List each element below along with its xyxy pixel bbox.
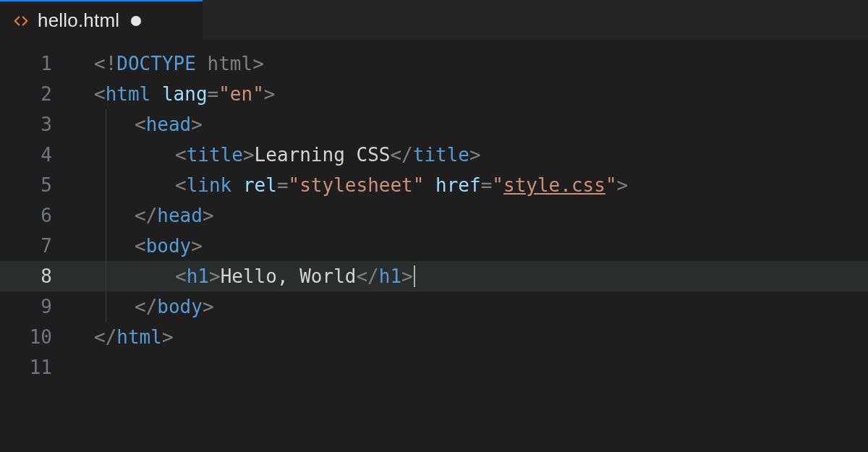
token-text: Hello, World xyxy=(221,261,357,291)
tab-hello-html[interactable]: hello.html xyxy=(0,0,203,40)
token-tagname: body xyxy=(157,291,203,322)
token-attrname: lang xyxy=(162,79,208,109)
code-line[interactable]: 2<html lang="en"> xyxy=(0,79,868,109)
token-attrval: " xyxy=(492,170,503,200)
token-punct: > xyxy=(469,140,481,170)
token-punct: > xyxy=(264,79,276,109)
token-attrval: "en" xyxy=(218,79,264,109)
token-punct: > xyxy=(203,291,214,322)
token-tagname: link xyxy=(187,170,232,200)
token-text xyxy=(231,170,243,200)
tab-bar: hello.html xyxy=(0,0,868,40)
line-number: 5 xyxy=(0,170,72,200)
token-text xyxy=(196,48,208,79)
token-tagname: body xyxy=(146,231,192,261)
token-tagname: title xyxy=(413,140,469,170)
line-number: 6 xyxy=(0,200,72,231)
code-content[interactable]: <body> xyxy=(72,231,203,261)
code-line[interactable]: 6</head> xyxy=(0,200,868,231)
code-content[interactable]: </html> xyxy=(72,322,174,352)
line-number: 1 xyxy=(0,48,72,79)
token-text xyxy=(150,79,162,109)
code-line[interactable]: 8<h1>Hello, World</h1> xyxy=(0,261,868,291)
code-content[interactable]: <html lang="en"> xyxy=(72,79,276,109)
token-punct: </ xyxy=(390,140,412,170)
code-line[interactable]: 1<!DOCTYPE html> xyxy=(0,48,868,79)
token-punct: > xyxy=(243,140,255,170)
token-punct: </ xyxy=(94,322,116,352)
text-cursor xyxy=(414,265,415,287)
token-attrname: href xyxy=(435,170,481,200)
code-content[interactable]: </body> xyxy=(72,291,214,322)
token-punct: > xyxy=(191,109,203,140)
token-punct: = xyxy=(277,170,289,200)
token-punct: > xyxy=(401,261,413,291)
token-punct: </ xyxy=(135,200,157,231)
token-punct: < xyxy=(135,231,146,261)
code-content[interactable]: </head> xyxy=(72,200,214,231)
token-tagname: h1 xyxy=(379,261,401,291)
token-punct: > xyxy=(617,170,629,200)
token-doctype: DOCTYPE xyxy=(116,48,196,79)
code-content[interactable]: <link rel="stylesheet" href="style.css"> xyxy=(72,170,628,200)
token-punct: > xyxy=(252,48,264,79)
token-punct: < xyxy=(94,79,106,109)
token-punct: </ xyxy=(356,261,378,291)
token-tagname: html xyxy=(116,322,162,352)
code-content[interactable]: <title>Learning CSS</title> xyxy=(72,140,481,170)
code-content[interactable]: <h1>Hello, World</h1> xyxy=(72,261,415,291)
token-tagname: html xyxy=(106,79,151,109)
token-tagname: head xyxy=(157,200,203,231)
token-punct: > xyxy=(203,200,214,231)
line-number: 11 xyxy=(0,352,72,383)
token-tagname: title xyxy=(187,140,243,170)
token-punct: < xyxy=(175,140,187,170)
line-number: 7 xyxy=(0,231,72,261)
code-line[interactable]: 10</html> xyxy=(0,322,868,352)
token-text xyxy=(424,170,435,200)
token-punct: > xyxy=(191,231,203,261)
line-number: 2 xyxy=(0,79,72,109)
line-number: 4 xyxy=(0,140,72,170)
token-punct: > xyxy=(162,322,174,352)
token-attrval: "stylesheet" xyxy=(289,170,425,200)
code-angle-brackets-icon xyxy=(13,13,29,29)
token-tagname: h1 xyxy=(187,261,209,291)
token-text: Learning CSS xyxy=(255,140,391,170)
token-punct: = xyxy=(481,170,493,200)
unsaved-dot-icon xyxy=(131,16,141,26)
line-number: 3 xyxy=(0,109,72,140)
line-number: 8 xyxy=(0,261,72,291)
code-line[interactable]: 5<link rel="stylesheet" href="style.css"… xyxy=(0,170,868,200)
token-punct: <! xyxy=(94,48,116,79)
code-line[interactable]: 7<body> xyxy=(0,231,868,261)
code-line[interactable]: 4<title>Learning CSS</title> xyxy=(0,140,868,170)
token-htmltok: html xyxy=(208,48,253,79)
token-punct: < xyxy=(175,170,187,200)
token-punct: > xyxy=(209,261,221,291)
token-attrval: " xyxy=(605,170,617,200)
tab-filename: hello.html xyxy=(38,9,119,32)
token-tagname: head xyxy=(146,109,192,140)
line-number: 10 xyxy=(0,322,72,352)
code-line[interactable]: 9</body> xyxy=(0,291,868,322)
token-punct: < xyxy=(135,109,146,140)
token-attrval: style.css xyxy=(503,170,605,200)
code-content[interactable]: <!DOCTYPE html> xyxy=(72,48,264,79)
code-editor[interactable]: 1<!DOCTYPE html>2<html lang="en">3<head>… xyxy=(0,40,868,452)
token-punct: < xyxy=(175,261,187,291)
code-line[interactable]: 3<head> xyxy=(0,109,868,140)
line-number: 9 xyxy=(0,291,72,322)
token-attrname: rel xyxy=(243,170,277,200)
code-content[interactable]: <head> xyxy=(72,109,203,140)
token-punct: </ xyxy=(135,291,157,322)
token-punct: = xyxy=(208,79,219,109)
code-line[interactable]: 11 xyxy=(0,352,868,383)
